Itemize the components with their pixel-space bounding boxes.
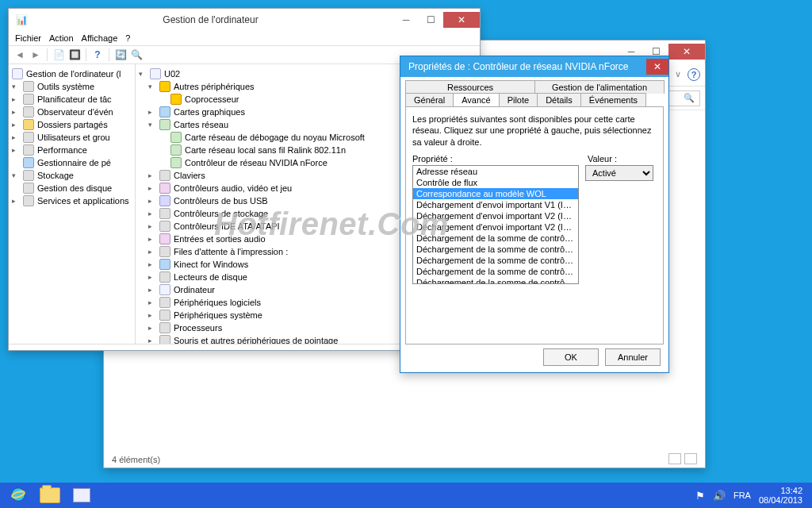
dev-stock[interactable]: Contrôleurs de stockage <box>174 209 268 218</box>
tab-avance[interactable]: Avancé <box>453 93 500 106</box>
props-title: Propriétés de : Contrôleur de réseau NVI… <box>407 61 645 72</box>
tree-users[interactable]: Utilisateurs et grou <box>37 133 110 142</box>
props-close-button[interactable] <box>646 59 668 75</box>
dev-ide[interactable]: Contrôleurs IDE ATA/ATAPI <box>174 221 280 231</box>
perf-icon <box>23 144 34 156</box>
help-icon[interactable]: ? <box>91 48 104 61</box>
help-icon[interactable]: ? <box>688 68 700 81</box>
tree-devmgr[interactable]: Gestionnaire de pé <box>37 158 111 167</box>
dev-claviers[interactable]: Claviers <box>174 171 205 180</box>
taskbar-ie[interactable] <box>3 483 33 508</box>
tree-perf[interactable]: Performance <box>37 145 87 155</box>
tab-pilote[interactable]: Pilote <box>499 93 538 106</box>
menu-affichage[interactable]: Affichage <box>82 33 118 43</box>
view-icon[interactable]: 🔲 <box>68 48 81 61</box>
tree-obs[interactable]: Observateur d'évén <box>37 107 113 117</box>
property-listbox[interactable]: Adresse réseauContrôle de fluxCorrespond… <box>412 165 579 284</box>
dev-ordi[interactable]: Ordinateur <box>174 285 215 294</box>
mmc-max-button[interactable] <box>419 12 442 28</box>
dev-persys[interactable]: Périphériques système <box>174 310 262 320</box>
properties-dialog: Propriétés de : Contrôleur de réseau NVI… <box>400 56 669 373</box>
tree-plan[interactable]: Planificateur de tâc <box>37 94 112 104</box>
mmc-min-button[interactable] <box>394 12 418 28</box>
menu-fichier[interactable]: Fichier <box>15 33 41 43</box>
dev-net[interactable]: Cartes réseau <box>174 120 228 129</box>
dev-souris[interactable]: Souris et autres périphériques de pointa… <box>174 336 338 344</box>
mmc-left-tree[interactable]: Gestion de l'ordinateur (l ▾Outils systè… <box>9 64 136 344</box>
property-item[interactable]: Déchargement d'envoi important V1 (IPv4) <box>413 199 578 210</box>
tree-stock[interactable]: Stockage <box>37 171 74 180</box>
dev-root[interactable]: U02 <box>164 69 180 79</box>
dev-gpu[interactable]: Cartes graphiques <box>174 107 245 117</box>
dev-lecteurs[interactable]: Lecteurs de disque <box>174 272 247 282</box>
taskbar-mmc[interactable] <box>67 483 97 508</box>
back-icon[interactable]: ◄ <box>13 48 26 61</box>
dev-proc[interactable]: Processeurs <box>174 323 222 333</box>
menu-help[interactable]: ? <box>125 33 130 43</box>
mmc-close-button[interactable] <box>443 12 480 28</box>
tree-disks[interactable]: Gestion des disque <box>37 183 112 193</box>
services-icon <box>23 195 34 206</box>
flag-icon[interactable]: ⚑ <box>695 490 705 502</box>
softdev-icon <box>159 297 170 308</box>
tree-dossiers[interactable]: Dossiers partagés <box>37 120 108 129</box>
dev-print[interactable]: Files d'attente à l'impression : <box>174 247 288 256</box>
dev-net-ralink[interactable]: Carte réseau local sans fil Ralink 802.1… <box>185 145 346 155</box>
property-item[interactable]: Déchargement de la somme de contrôle TCP… <box>413 255 578 266</box>
tab-details[interactable]: Détails <box>537 93 581 106</box>
tree-root[interactable]: Gestion de l'ordinateur (l <box>26 69 121 79</box>
value-select[interactable]: Activé <box>585 165 653 181</box>
property-item[interactable]: Adresse réseau <box>413 166 578 177</box>
display-icon <box>159 106 170 117</box>
volume-icon[interactable]: 🔊 <box>713 490 726 502</box>
property-item[interactable]: Contrôle de flux <box>413 177 578 188</box>
property-item[interactable]: Correspondance au modèle WOL <box>413 188 578 199</box>
scan-icon[interactable]: 🔍 <box>130 48 143 61</box>
property-item[interactable]: Déchargement d'envoi important V2 (IPv4) <box>413 210 578 221</box>
tab-evenements[interactable]: Événements <box>580 93 646 106</box>
taskbar: ⚑ 🔊 FRA 13:42 08/04/2013 <box>0 483 812 508</box>
dev-usb[interactable]: Contrôleurs de bus USB <box>174 196 268 206</box>
lang-indicator[interactable]: FRA <box>733 491 751 500</box>
tab-general[interactable]: Général <box>405 93 454 106</box>
props-panel: Les propriétés suivantes sont disponible… <box>405 106 664 344</box>
dev-net-nvidia[interactable]: Contrôleur de réseau NVIDIA nForce <box>185 158 327 167</box>
eventvwr-icon <box>23 106 34 117</box>
property-item[interactable]: Déchargement de la somme de contrôle UDP… <box>413 266 578 277</box>
storagectl-icon <box>159 208 170 219</box>
cancel-button[interactable]: Annuler <box>605 348 661 366</box>
dev-perlog[interactable]: Périphériques logiciels <box>174 298 261 307</box>
refresh-icon[interactable]: 🔄 <box>114 48 127 61</box>
tree-svc[interactable]: Services et applications <box>37 196 129 206</box>
up-icon[interactable]: 📄 <box>52 48 65 61</box>
tab-gestion-alim[interactable]: Gestion de l'alimentation <box>534 80 665 94</box>
mmc-icon <box>73 488 90 502</box>
audio-icon <box>159 183 170 194</box>
dev-net-dbg[interactable]: Carte réseau de débogage du noyau Micros… <box>185 133 365 142</box>
tools-icon <box>23 81 34 92</box>
ok-button[interactable]: OK <box>543 348 599 366</box>
dev-audio[interactable]: Contrôleurs audio, vidéo et jeu <box>174 183 292 193</box>
menu-action[interactable]: Action <box>49 33 74 43</box>
mouse-icon <box>159 335 170 344</box>
fwd-icon[interactable]: ► <box>29 48 42 61</box>
property-item[interactable]: Déchargement de la somme de contrôle UDP… <box>413 277 578 284</box>
folder-icon <box>40 487 60 503</box>
property-item[interactable]: Déchargement de la somme de contrôle de … <box>413 233 578 244</box>
kinect-icon <box>159 259 170 270</box>
bg-close-button[interactable] <box>668 44 705 60</box>
taskbar-clock[interactable]: 13:42 08/04/2013 <box>759 486 802 505</box>
taskbar-explorer[interactable] <box>33 483 67 508</box>
tab-ressources[interactable]: Ressources <box>405 80 535 94</box>
dev-copro[interactable]: Coprocesseur <box>185 94 239 104</box>
dev-kinect[interactable]: Kinect for Windows <box>174 260 248 269</box>
bg-view-buttons[interactable] <box>668 453 697 464</box>
tree-outils[interactable]: Outils système <box>37 82 94 91</box>
dev-es-audio[interactable]: Entrées et sorties audio <box>174 234 266 244</box>
clock-time: 13:42 <box>759 486 802 495</box>
storage-icon <box>23 170 34 181</box>
property-item[interactable]: Déchargement d'envoi important V2 (IPv6) <box>413 221 578 233</box>
clock-date: 08/04/2013 <box>759 495 802 505</box>
property-item[interactable]: Déchargement de la somme de contrôle IP <box>413 244 578 255</box>
dev-autres[interactable]: Autres périphériques <box>174 82 255 91</box>
